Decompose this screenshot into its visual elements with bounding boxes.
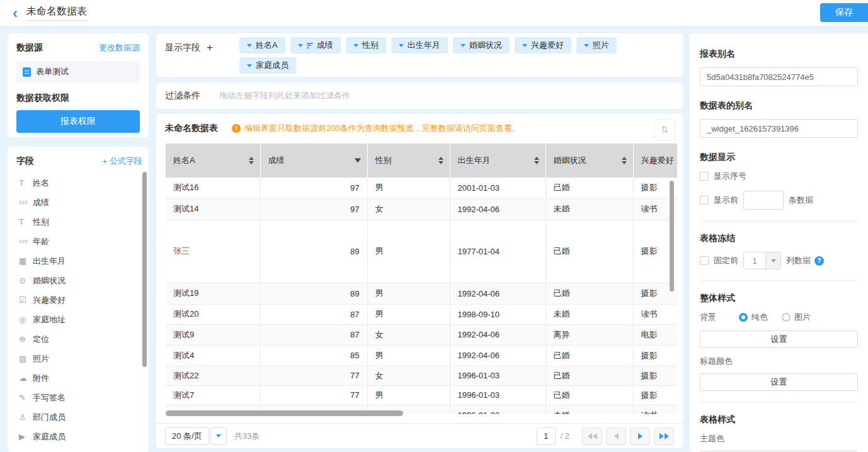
next-page-button[interactable]: [630, 427, 650, 445]
field-item[interactable]: 123成绩: [16, 193, 142, 212]
back-icon[interactable]: ‹: [13, 7, 18, 20]
field-item[interactable]: T姓名: [16, 173, 142, 193]
field-item[interactable]: 123年龄: [16, 232, 142, 251]
show-index-checkbox[interactable]: [700, 172, 709, 181]
freeze-checkbox[interactable]: [700, 256, 709, 265]
table-row[interactable]: 测试1697男2001-01-03已婚摄影: [166, 178, 677, 198]
checkbox-icon: ☑: [19, 295, 33, 305]
page-title[interactable]: 未命名数据表: [26, 5, 87, 21]
page-size-caret-icon[interactable]: [210, 427, 227, 445]
column-header[interactable]: 姓名A: [166, 144, 260, 178]
field-item[interactable]: ▶家庭成员: [16, 427, 142, 446]
table-row[interactable]: 测试485男1992-04-06已婚摄影: [166, 345, 677, 366]
table-cell: 87: [260, 324, 367, 345]
prev-page-button[interactable]: [606, 427, 626, 445]
sort-both-icon[interactable]: [438, 157, 443, 164]
table-cell: 摄影: [633, 385, 677, 405]
display-field-chips: 姓名A成绩性别出生年月婚姻状况兴趣爱好照片家庭成员: [239, 37, 674, 77]
sort-both-icon[interactable]: [622, 157, 627, 164]
table-alias-input[interactable]: [700, 119, 858, 138]
page-number-input[interactable]: 1: [537, 427, 556, 445]
freeze-count-select[interactable]: 1: [743, 252, 781, 269]
fields-card: 字段 +公式字段 T姓名123成绩T性别123年龄▦出生年月⊙婚姻状况☑兴趣爱好…: [8, 147, 149, 452]
field-item[interactable]: ▦出生年月: [16, 251, 142, 271]
column-header-label: 兴趣爱好: [641, 155, 674, 165]
report-permission-button[interactable]: 报表权限: [16, 110, 140, 133]
background-set-button[interactable]: 设置: [700, 331, 858, 348]
sort-both-icon[interactable]: [249, 157, 254, 164]
table-row[interactable]: 测试2277女1996-01-03已婚摄影: [166, 366, 677, 385]
field-item[interactable]: ☑兴趣爱好: [16, 290, 142, 310]
sort-both-icon[interactable]: [534, 157, 539, 164]
column-header[interactable]: 出生年月: [450, 144, 545, 178]
field-item[interactable]: ♙部门成员: [16, 407, 142, 427]
sort-asc-arrow: [622, 157, 627, 160]
sort-desc-arrow: [438, 161, 443, 164]
total-count: 共33条: [234, 431, 260, 442]
table-row[interactable]: 测试987女1992-04-06离异电影: [166, 324, 677, 345]
title-color-set-button[interactable]: 设置: [700, 373, 858, 391]
theme-color-label: 主题色: [700, 433, 858, 444]
display-field-chip[interactable]: 兴趣爱好: [515, 37, 571, 54]
display-field-chip[interactable]: 成绩: [290, 37, 341, 54]
add-display-field-icon[interactable]: +: [207, 43, 213, 52]
table-row[interactable]: 测试2087男1998-09-10未婚读书: [166, 304, 677, 324]
datasource-item[interactable]: 表单测试: [16, 61, 140, 82]
table-row[interactable]: 测试1497女1992-04-06未婚读书: [166, 198, 677, 220]
calendar-icon: ▦: [19, 256, 33, 266]
column-header[interactable]: 兴趣爱好: [633, 144, 677, 178]
display-field-chip[interactable]: 姓名A: [239, 37, 285, 54]
display-field-chip[interactable]: 性别: [346, 37, 386, 54]
display-field-chip[interactable]: 婚姻状况: [453, 37, 510, 54]
table-horizontal-scrollbar[interactable]: [166, 410, 403, 416]
show-first-checkbox[interactable]: [700, 196, 709, 205]
column-header[interactable]: 婚姻状况: [545, 144, 633, 178]
data-table-viewport[interactable]: 姓名A成绩性别出生年月婚姻状况兴趣爱好 测试1697男2001-01-03已婚摄…: [166, 144, 677, 414]
field-item[interactable]: ◎家庭地址: [16, 310, 142, 329]
display-field-chip[interactable]: 出生年月: [391, 37, 448, 54]
help-icon[interactable]: ?: [814, 256, 824, 266]
field-item[interactable]: ⊙婚姻状况: [16, 271, 142, 290]
sort-desc-icon[interactable]: [355, 159, 361, 163]
table-row[interactable]: 测试1989男1992-04-06已婚摄影: [166, 283, 677, 304]
row-limit-input[interactable]: [743, 191, 784, 210]
field-item-label: 婚姻状况: [33, 275, 66, 286]
freeze-count-caret-icon[interactable]: [765, 252, 780, 269]
field-item-label: 家庭成员: [33, 431, 66, 443]
add-formula-field-link[interactable]: +公式字段: [102, 155, 142, 167]
solid-color-radio[interactable]: [739, 313, 748, 322]
display-field-chip[interactable]: 家庭成员: [239, 57, 296, 74]
top-bar: ‹ 未命名数据表 保存: [0, 0, 868, 26]
table-cell: 测试22: [166, 366, 260, 385]
row-order-tool-button[interactable]: ⇅: [654, 119, 675, 140]
field-item[interactable]: ▨照片: [16, 349, 142, 368]
field-item[interactable]: ✎手写签名: [16, 388, 142, 407]
field-item[interactable]: ☁附件: [16, 368, 142, 388]
page-size-select[interactable]: 20 条/页: [165, 427, 209, 445]
chevron-down-icon: [522, 44, 527, 47]
image-bg-radio[interactable]: [782, 313, 791, 322]
table-cell: 男: [367, 283, 450, 304]
overall-style-title: 整体样式: [700, 293, 858, 304]
filter-card[interactable]: 过滤条件 拖动左侧字段到此处来添加过滤条件: [156, 82, 683, 109]
table-cell: 1992-04-06: [450, 345, 545, 366]
column-header[interactable]: 性别: [367, 144, 450, 178]
table-cell: 测试16: [166, 178, 260, 198]
save-button[interactable]: 保存: [820, 3, 868, 22]
table-row[interactable]: 张三89男1977-01-04已婚摄影: [166, 220, 677, 283]
table-cell: 1992-04-06: [450, 198, 545, 220]
table-vertical-scrollbar[interactable]: [670, 181, 674, 291]
fields-scrollbar[interactable]: [142, 172, 147, 367]
table-cell: 97: [260, 178, 367, 198]
change-datasource-link[interactable]: 更改数据源: [99, 42, 140, 54]
field-item[interactable]: ⊕定位: [16, 329, 142, 349]
field-item[interactable]: T性别: [16, 212, 142, 232]
table-cell: 测试20: [166, 304, 260, 324]
report-alias-input[interactable]: [700, 67, 858, 86]
last-page-button[interactable]: [654, 427, 674, 445]
column-header[interactable]: 成绩: [260, 144, 367, 178]
table-row[interactable]: 测试777男1996-01-03已婚摄影: [166, 385, 677, 405]
display-field-chip[interactable]: 照片: [576, 37, 617, 54]
subform-triangle-icon: ▶: [19, 432, 33, 441]
first-page-button[interactable]: [582, 427, 602, 445]
